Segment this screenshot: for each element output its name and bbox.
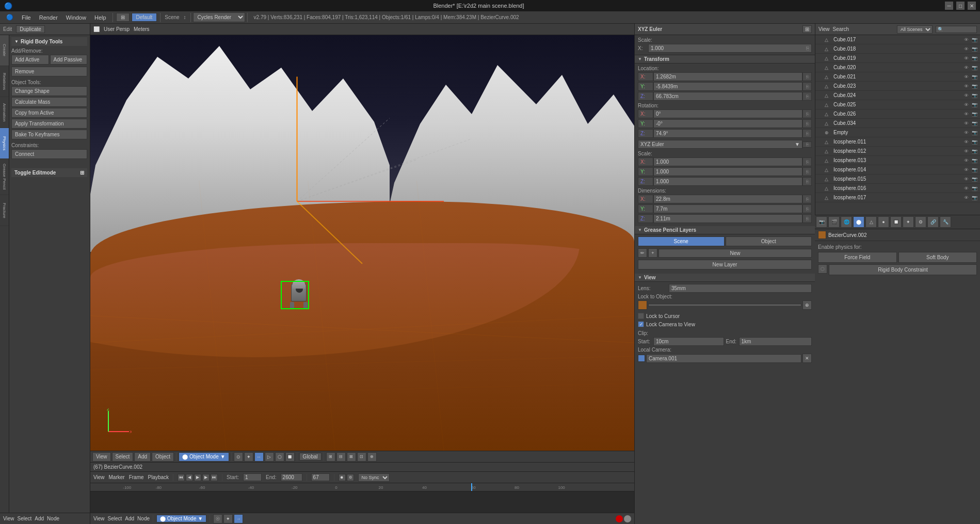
- outliner-item-cube-017[interactable]: △ Cube.017 👁 📷: [815, 35, 980, 44]
- outliner-item-icosphere-015[interactable]: △ Icosphere.015 👁 📷: [815, 174, 980, 184]
- timeline-track[interactable]: -100 -80 -60 -40 -20 0 20 40 60 80 100: [90, 483, 634, 513]
- scale2-x-copy[interactable]: ⎘: [802, 157, 812, 166]
- node-select-btn[interactable]: Select: [18, 516, 32, 521]
- sb-add-btn[interactable]: Add: [125, 516, 134, 521]
- tl-jump-end[interactable]: ⏭: [211, 474, 218, 481]
- loc-x-copy[interactable]: ⎘: [802, 72, 812, 81]
- tab-physics[interactable]: Physics: [0, 128, 9, 159]
- ol-render-btn[interactable]: 📷: [971, 194, 978, 201]
- calculate-mass-button[interactable]: Calculate Mass: [11, 97, 87, 107]
- ol-visibility-btn[interactable]: 👁: [962, 185, 970, 192]
- pi-particles[interactable]: ✦: [903, 216, 914, 228]
- loc-y-val[interactable]: -5.8439m: [653, 82, 802, 91]
- camera-value[interactable]: Camera.001: [646, 354, 801, 363]
- duplicate-button[interactable]: Duplicate: [16, 25, 45, 33]
- sb-icon-2[interactable]: ✦: [223, 514, 233, 523]
- rigid-body-constraint-button[interactable]: Rigid Body Constraint: [829, 264, 977, 275]
- outliner-item-icosphere-014[interactable]: △ Icosphere.014 👁 📷: [815, 165, 980, 174]
- gp-scene-tab[interactable]: Scene: [638, 236, 725, 246]
- ol-visibility-btn[interactable]: 👁: [962, 73, 970, 81]
- blender-menu[interactable]: 🔵: [2, 11, 18, 23]
- ol-visibility-btn[interactable]: 👁: [962, 101, 970, 108]
- pi-texture[interactable]: 🔲: [890, 216, 902, 228]
- vp-extra-4[interactable]: ⊡: [357, 452, 366, 462]
- connect-button[interactable]: Connect: [11, 149, 87, 159]
- vp-extra-3[interactable]: ⊠: [347, 452, 356, 462]
- vp-view-btn[interactable]: View: [92, 452, 111, 462]
- ol-render-btn[interactable]: 📷: [971, 138, 978, 146]
- vp-extra-1[interactable]: ⊞: [326, 452, 335, 462]
- node-node-btn[interactable]: Node: [47, 516, 59, 521]
- lens-value[interactable]: 35mm: [669, 284, 812, 293]
- dim-z-val[interactable]: 2.11m: [653, 214, 802, 223]
- sb-record-btn[interactable]: [616, 515, 623, 522]
- ol-render-btn[interactable]: 📷: [971, 73, 978, 81]
- vp-global-btn[interactable]: Global: [299, 453, 322, 461]
- apply-transformation-button[interactable]: Apply Transformation: [11, 119, 87, 129]
- ol-render-btn[interactable]: 📷: [971, 101, 978, 108]
- lock-cursor-checkbox[interactable]: [638, 313, 644, 319]
- ol-visibility-btn[interactable]: 👁: [962, 148, 970, 155]
- add-active-button[interactable]: Add Active: [11, 55, 49, 65]
- tab-grease-pencil[interactable]: Grease Pencil: [0, 159, 9, 195]
- change-shape-button[interactable]: Change Shape: [11, 86, 87, 96]
- ol-view-btn[interactable]: View: [818, 26, 830, 32]
- add-passive-button[interactable]: Add Passive: [50, 55, 88, 65]
- clip-end-val[interactable]: 1km: [739, 337, 812, 346]
- pi-constraints[interactable]: 🔗: [927, 216, 939, 228]
- rot-y-val[interactable]: -0°: [653, 119, 802, 128]
- outliner-item-icosphere-012[interactable]: △ Icosphere.012 👁 📷: [815, 147, 980, 156]
- outliner-item-icosphere-011[interactable]: △ Icosphere.011 👁 📷: [815, 137, 980, 147]
- rot-y-copy[interactable]: ⎘: [802, 119, 812, 128]
- props-expand-btn[interactable]: ⊞: [802, 25, 812, 33]
- rbt-header[interactable]: Rigid Body Tools: [11, 37, 87, 46]
- tl-end-input[interactable]: [281, 473, 302, 481]
- vp-icon-6[interactable]: 🔲: [285, 452, 295, 462]
- remove-button[interactable]: Remove: [11, 67, 87, 76]
- ol-visibility-btn[interactable]: 👁: [962, 194, 970, 201]
- vp-add-btn[interactable]: Add: [134, 452, 151, 462]
- loc-x-val[interactable]: 1.2682m: [653, 72, 802, 81]
- dim-y-copy[interactable]: ⎘: [802, 204, 812, 213]
- file-menu[interactable]: File: [18, 11, 35, 23]
- outliner-item-cube-021[interactable]: △ Cube.021 👁 📷: [815, 72, 980, 82]
- ol-render-btn[interactable]: 📷: [971, 157, 978, 164]
- loc-y-copy[interactable]: ⎘: [802, 82, 812, 91]
- ol-render-btn[interactable]: 📷: [971, 110, 978, 118]
- tl-sync-select[interactable]: No Sync: [358, 473, 390, 482]
- pi-world[interactable]: 🌐: [841, 216, 852, 228]
- vp-object-btn[interactable]: Object: [152, 452, 174, 462]
- pi-render[interactable]: 📷: [816, 216, 827, 228]
- bake-to-keyframes-button[interactable]: Bake To Keyframes: [11, 130, 87, 139]
- tl-record[interactable]: ⏺: [339, 474, 346, 481]
- ol-render-btn[interactable]: 📷: [971, 176, 978, 183]
- vp-select-btn[interactable]: Select: [112, 452, 134, 462]
- dim-y-val[interactable]: 7.7m: [653, 204, 802, 213]
- scale2-z-val[interactable]: 1.000: [653, 177, 802, 186]
- close-button[interactable]: ✕: [968, 2, 976, 10]
- force-field-button[interactable]: Force Field: [818, 252, 897, 263]
- transform-header[interactable]: Transform: [635, 55, 815, 63]
- gp-add-layer-icon[interactable]: +: [648, 248, 657, 258]
- pi-object[interactable]: ⬤: [853, 216, 864, 228]
- tl-view-btn[interactable]: View: [93, 474, 105, 480]
- gp-header[interactable]: Grease Pencil Layers: [635, 226, 815, 234]
- tl-playback-btn[interactable]: Playback: [148, 474, 169, 480]
- ol-visibility-btn[interactable]: 👁: [962, 176, 970, 183]
- lock-obj-value[interactable]: [648, 304, 801, 307]
- ol-visibility-btn[interactable]: 👁: [962, 36, 970, 43]
- ol-visibility-btn[interactable]: 👁: [962, 166, 970, 173]
- ol-visibility-btn[interactable]: 👁: [962, 129, 970, 136]
- ol-render-btn[interactable]: 📷: [971, 64, 978, 71]
- ol-visibility-btn[interactable]: 👁: [962, 64, 970, 71]
- tl-current-frame[interactable]: [311, 473, 330, 481]
- soft-body-button[interactable]: Soft Body: [898, 252, 977, 263]
- outliner-item-empty[interactable]: ⊕ Empty 👁 📷: [815, 128, 980, 137]
- tl-play[interactable]: ▶: [194, 474, 201, 481]
- gp-new-layer-btn[interactable]: New Layer: [638, 260, 812, 269]
- loc-z-val[interactable]: 66.783cm: [653, 92, 802, 101]
- ol-search-btn[interactable]: Search: [833, 26, 849, 32]
- outliner-item-cube-034[interactable]: △ Cube.034 👁 📷: [815, 119, 980, 128]
- tab-animation[interactable]: Animation: [0, 97, 9, 128]
- tl-start-input[interactable]: [243, 473, 262, 481]
